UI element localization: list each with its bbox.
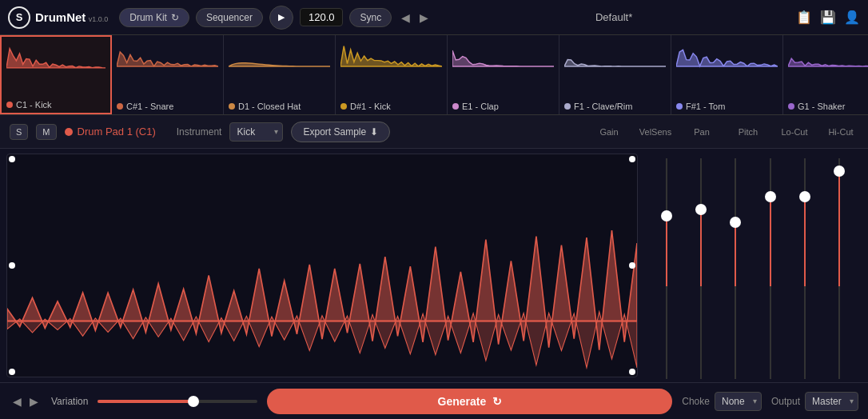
pad-waveform	[117, 38, 218, 88]
waveform-handle-br[interactable]	[629, 369, 635, 375]
pad-label: G1 - Shaker	[788, 100, 868, 111]
s-button[interactable]: S	[10, 124, 28, 140]
pad-color-dot	[229, 103, 235, 110]
notes-icon[interactable]: 📋	[796, 10, 812, 25]
slider-col-velsens	[685, 155, 716, 382]
main-area	[0, 149, 868, 382]
slider-track-gain[interactable]	[666, 158, 667, 379]
choke-select-wrapper: None 12	[715, 392, 762, 411]
app-version: v1.0.0	[89, 15, 109, 23]
pad-waveform	[340, 38, 442, 88]
pad-waveform	[452, 38, 554, 88]
pad-name: F#1 - Tom	[686, 102, 725, 111]
pad-item-D1[interactable]: D1 - Closed Hat	[224, 35, 336, 114]
pad-item-F1[interactable]: F1 - Clave/Rim	[559, 35, 671, 114]
logo-icon: S	[8, 6, 30, 29]
download-icon: ⬇	[370, 126, 378, 138]
instrument-select[interactable]: Kick Snare Hat	[229, 122, 283, 142]
bottom-bar: ◀ ▶ Variation Generate ↻ Choke None 12 O…	[0, 382, 868, 419]
pad-title: Drum Pad 1 (C1)	[65, 126, 156, 138]
waveform-handle-tr[interactable]	[629, 156, 635, 162]
slider-thumb-hicut[interactable]	[834, 166, 845, 177]
slider-thumb-gain[interactable]	[661, 210, 672, 221]
play-button[interactable]: ▶	[269, 6, 293, 30]
prev-next-controls: ◀ ▶	[10, 393, 42, 409]
pad-waveform	[229, 38, 330, 88]
variation-slider[interactable]	[98, 400, 257, 403]
slider-thumb-pitch[interactable]	[765, 191, 776, 202]
slider-col-pan	[720, 155, 751, 382]
drum-kit-button[interactable]: Drum Kit ↻	[119, 8, 189, 27]
export-sample-button[interactable]: Export Sample ⬇	[291, 122, 390, 142]
pad-item-Ds1[interactable]: D#1 - Kick	[336, 35, 448, 114]
variation-thumb[interactable]	[188, 396, 199, 407]
param-label-velsens: VelSens	[638, 127, 673, 137]
pad-color-dot	[117, 103, 123, 110]
waveform-handle-bl[interactable]	[9, 369, 15, 375]
slider-thumb-locut[interactable]	[799, 191, 810, 202]
save-icon[interactable]: 💾	[820, 10, 836, 25]
bpm-display[interactable]: 120.0	[300, 8, 344, 26]
m-button[interactable]: M	[36, 124, 56, 140]
slider-col-hicut	[824, 155, 855, 382]
output-select-wrapper: Master Bus 1	[805, 392, 858, 411]
pad-label: D1 - Closed Hat	[229, 100, 330, 111]
pad-waveform-svg	[564, 38, 666, 88]
pad-label: F#1 - Tom	[676, 100, 778, 111]
pad-waveform-svg	[117, 38, 218, 88]
pad-color-dot	[676, 103, 683, 110]
user-icon[interactable]: 👤	[844, 10, 860, 25]
next-button[interactable]: ▶	[26, 393, 42, 409]
pad-label: D#1 - Kick	[340, 100, 442, 111]
instrument-row: S M Drum Pad 1 (C1) Instrument Kick Snar…	[0, 115, 868, 149]
pad-waveform-svg	[340, 38, 442, 88]
nav-next-button[interactable]: ▶	[416, 10, 432, 26]
sequencer-button[interactable]: Sequencer	[196, 8, 263, 27]
param-label-gain: Gain	[591, 127, 627, 137]
waveform-handle-ml[interactable]	[9, 262, 15, 269]
choke-select[interactable]: None 12	[715, 392, 762, 411]
instrument-label: Instrument	[177, 126, 222, 138]
waveform-handle-mr[interactable]	[629, 262, 635, 269]
preset-name: Default*	[438, 11, 790, 23]
nav-prev-button[interactable]: ◀	[398, 10, 413, 26]
pad-waveform	[676, 38, 778, 88]
slider-track-pitch[interactable]	[770, 158, 771, 379]
pad-label: E1 - Clap	[452, 100, 554, 111]
prev-button[interactable]: ◀	[10, 393, 25, 409]
slider-thumb-velsens[interactable]	[695, 204, 707, 215]
waveform-handle-tl[interactable]	[9, 156, 15, 162]
pad-item-Fs1[interactable]: F#1 - Tom	[671, 35, 783, 114]
pad-waveform	[564, 38, 666, 88]
pad-item-G1[interactable]: G1 - Shaker	[783, 35, 868, 114]
pad-active-dot	[65, 128, 73, 136]
pad-color-dot	[564, 103, 571, 110]
slider-thumb-pan[interactable]	[730, 217, 741, 228]
logo: S DrumNet v1.0.0	[8, 6, 108, 29]
output-select[interactable]: Master Bus 1	[805, 392, 858, 411]
sync-button[interactable]: Sync	[349, 8, 392, 27]
pad-item-C1[interactable]: C1 - Kick	[0, 35, 112, 114]
output-section: Output Master Bus 1	[771, 392, 858, 411]
slider-track-pan[interactable]	[735, 158, 736, 379]
slider-track-velsens[interactable]	[700, 158, 702, 379]
nav-arrows: ◀ ▶	[398, 10, 432, 26]
pad-waveform	[6, 40, 106, 90]
generate-button[interactable]: Generate ↻	[267, 389, 672, 414]
slider-track-hicut[interactable]	[838, 158, 840, 379]
pad-name: D#1 - Kick	[350, 102, 391, 111]
waveform-container[interactable]	[6, 154, 638, 377]
pad-name: E1 - Clap	[462, 102, 499, 111]
slider-track-locut[interactable]	[804, 158, 806, 379]
pad-item-E1[interactable]: E1 - Clap	[448, 35, 559, 114]
pad-color-dot	[788, 103, 794, 110]
pads-strip: C1 - Kick C#1 - Snare D1 - Closed Hat	[0, 35, 868, 115]
param-label-hi-cut: Hi-Cut	[823, 127, 858, 137]
main-waveform-svg	[7, 154, 637, 377]
slider-col-locut	[789, 155, 820, 382]
instrument-select-wrapper: Kick Snare Hat	[229, 122, 283, 142]
params-labels: GainVelSensPanPitchLo-CutHi-Cut	[591, 127, 858, 137]
sliders-container	[644, 155, 862, 382]
topbar-icons: 📋 💾 👤	[796, 10, 860, 25]
pad-item-Cs1[interactable]: C#1 - Snare	[112, 35, 224, 114]
